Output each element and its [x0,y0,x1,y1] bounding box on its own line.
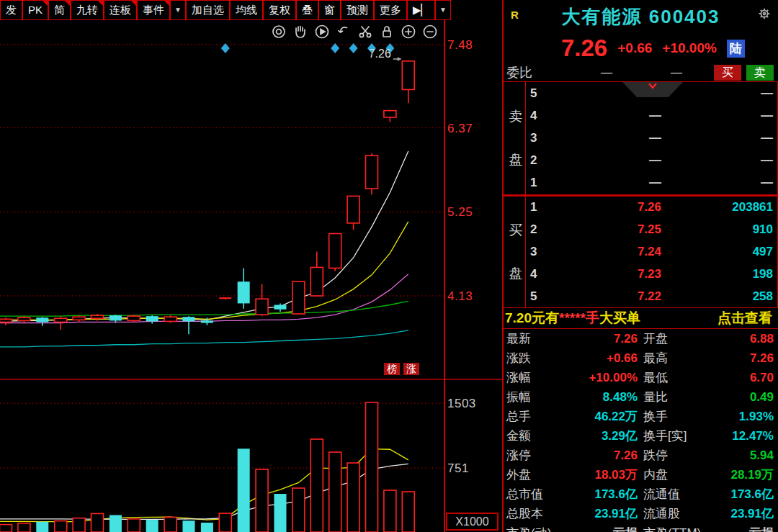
view-details-link[interactable]: 点击查看 [717,309,772,328]
volume-bar [0,525,12,532]
stat-label: 流通值 [643,486,712,502]
candle [146,316,158,321]
price-annotation: 7.26 [369,48,391,60]
orderbook-row[interactable]: 3—— [526,127,777,149]
toolbar-item-6[interactable]: 事件 [137,0,170,20]
volume-bar [109,515,122,532]
candle [292,281,305,314]
candle [384,111,396,117]
sell-side-label: 卖盘 [506,82,525,194]
kline-chart[interactable]: 7.26 [0,20,502,532]
toolbar-item-4[interactable]: 九转 [71,0,104,20]
sell-button[interactable]: 卖 [746,65,774,81]
banner-type: 大买单 [599,309,640,328]
orderbook-row[interactable]: 4—— [526,104,777,127]
quote-panel: R 大有能源 600403 7.26 +0.66 +10.00% 陆 委比 — … [502,0,778,532]
last-price: 7.26 [561,35,607,61]
stat-value: 7.26 [573,448,638,463]
rank-badge[interactable]: 涨 [403,363,419,375]
toolbar-item-15[interactable]: ▶▏ [407,0,435,20]
limit-up-streak-badge[interactable]: 陆 [727,40,745,58]
toolbar-item-2[interactable]: PK [22,0,48,20]
sell-orderbook: 卖盘 5——4——3——2——1—— [504,82,778,194]
orderbook-row[interactable]: 1—— [526,172,777,194]
stat-value: 23.91亿 [573,505,638,522]
toolbar-item-5[interactable]: 连板 [104,0,137,20]
rank-badges: 榜涨 [384,363,419,375]
chart-pane: 发PK简九转连板事件▼加自选均线复权叠窗预测更多▶▏▼ 7.26 7.486.3… [0,0,502,532]
level-number: 4 [530,267,546,281]
order-volume: 198 [661,267,773,281]
level-number: 5 [530,289,546,304]
banner-stars: ***** [559,310,586,326]
big-order-banner: 7.20元有 *****手 大买单 点击查看 [504,307,778,329]
stat-label: 总市值 [506,486,573,502]
stat-value: 173.6亿 [712,486,774,502]
volume-bar [18,523,30,532]
stats-row: 总股本23.91亿流通股23.91亿 [504,504,778,523]
level-number: 5 [530,86,546,101]
toolbar-item-14[interactable]: 更多 [374,0,407,20]
toolbar-dropdown-caret[interactable]: ▼ [170,0,186,20]
level-number: 4 [530,109,546,123]
level-number: 2 [530,222,546,237]
toolbar: 发PK简九转连板事件▼加自选均线复权叠窗预测更多▶▏▼ [0,0,451,20]
order-volume: 258 [661,289,773,304]
candle [329,234,341,269]
stats-row: 涨停7.26跌停5.94 [504,446,778,465]
weicha-value: — [671,66,682,79]
orderbook-row[interactable]: 37.24497 [526,241,777,263]
candle [128,316,140,320]
volume-bar [201,523,213,532]
order-price: 7.25 [546,222,661,237]
volume-unit-label: X1000 [446,513,498,531]
price-axis-label: 7.48 [447,38,473,53]
annotation-arrowhead [398,57,401,61]
toolbar-item-8[interactable]: 加自选 [186,0,230,20]
toolbar-item-12[interactable]: 窗 [318,0,341,20]
toolbar-dropdown-caret[interactable]: ▼ [435,0,451,20]
stat-label: 总手 [506,408,573,425]
volume-bar [55,521,67,532]
toolbar-item-13[interactable]: 预测 [341,0,374,20]
toolbar-item-10[interactable]: 复权 [263,0,296,20]
toolbar-item-9[interactable]: 均线 [230,0,263,20]
orderbook-row[interactable]: 17.26203861 [526,197,777,219]
candle [310,267,323,296]
stats-row: 市盈(动)亏损市盈(TTM)亏损 [504,523,778,532]
order-price: — [546,176,661,190]
order-volume: — [661,176,773,190]
order-price: — [546,131,661,145]
volume-bar [146,520,158,532]
gear-icon[interactable] [756,6,772,24]
stat-label: 金额 [506,428,573,444]
toolbar-item-3[interactable]: 简 [48,0,71,20]
ma-line-yellow [0,222,408,320]
orderbook-row[interactable]: 2—— [526,150,777,172]
stat-label: 内盘 [643,466,712,483]
candle [256,299,268,315]
buy-orderbook: 买盘 17.2620386127.2591037.2449747.2319857… [504,197,778,307]
stat-label: 外盘 [506,466,573,483]
orderbook-row[interactable]: 57.22258 [526,285,777,307]
stat-label: 开盘 [643,330,712,347]
toolbar-item-1[interactable]: 发 [0,0,22,20]
candle [109,315,122,320]
price-row: 7.26 +0.66 +10.00% 陆 [504,33,778,63]
buy-button[interactable]: 买 [714,65,741,81]
order-volume: — [661,109,773,123]
toolbar-item-11[interactable]: 叠 [296,0,318,20]
candle [55,318,67,322]
price-axis-label: 6.37 [447,122,473,136]
stat-value: +10.00% [573,371,638,385]
order-volume: 203861 [661,200,773,215]
stats-row: 金额3.29亿换手[实]12.47% [504,426,778,446]
price-axis-label: 4.13 [447,289,473,304]
candle [402,61,414,90]
stat-value: 18.03万 [573,466,638,483]
orderbook-row[interactable]: 27.25910 [526,219,777,241]
orderbook-row[interactable]: 47.23198 [526,263,777,285]
rank-badge[interactable]: 榜 [384,363,400,375]
stock-app: 发PK简九转连板事件▼加自选均线复权叠窗预测更多▶▏▼ 7.26 7.486.3… [0,0,778,532]
volume-bar [256,469,268,532]
